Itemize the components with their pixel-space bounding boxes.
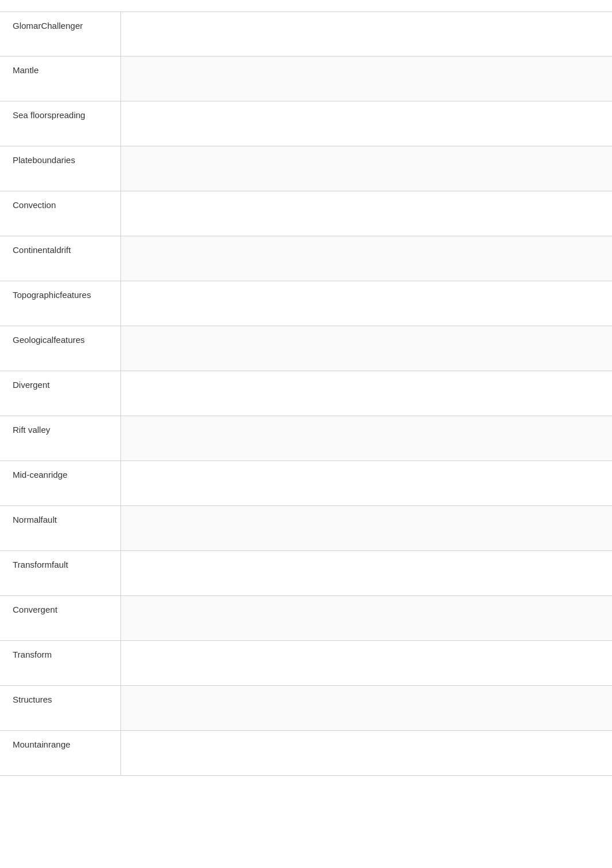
table-row: Plateboundaries <box>0 146 612 191</box>
label-glomar-challenger: GlomarChallenger <box>0 12 121 56</box>
label-topographic-features: Topographicfeatures <box>0 281 121 326</box>
content-glomar-challenger <box>121 12 612 56</box>
table-row: Mid-ceanridge <box>0 461 612 506</box>
content-normal-fault <box>121 506 612 550</box>
table-row: GlomarChallenger <box>0 12 612 56</box>
label-convection: Convection <box>0 191 121 236</box>
content-structures <box>121 686 612 730</box>
table-row: Structures <box>0 686 612 731</box>
label-geological-features: Geologicalfeatures <box>0 326 121 371</box>
table-row: Transformfault <box>0 551 612 596</box>
label-convergent: Convergent <box>0 596 121 640</box>
content-mid-cean-ridge <box>121 461 612 505</box>
label-divergent: Divergent <box>0 371 121 416</box>
label-structures: Structures <box>0 686 121 730</box>
table-row: Continentaldrift <box>0 236 612 281</box>
label-mantle: Mantle <box>0 56 121 101</box>
table-row: Rift valley <box>0 416 612 461</box>
table-row: Convection <box>0 191 612 236</box>
label-transform: Transform <box>0 641 121 685</box>
table-row: Divergent <box>0 371 612 416</box>
vocabulary-table: GlomarChallengerMantleSea floorspreading… <box>0 12 612 776</box>
content-convection <box>121 191 612 236</box>
content-continental-drift <box>121 236 612 281</box>
content-transform <box>121 641 612 685</box>
label-mountain-range: Mountainrange <box>0 731 121 775</box>
content-transform-fault <box>121 551 612 595</box>
label-normal-fault: Normalfault <box>0 506 121 550</box>
table-row: Mountainrange <box>0 731 612 776</box>
label-sea-floor-spreading: Sea floorspreading <box>0 101 121 146</box>
content-mantle <box>121 56 612 101</box>
content-sea-floor-spreading <box>121 101 612 146</box>
content-topographic-features <box>121 281 612 326</box>
content-plate-boundaries <box>121 146 612 191</box>
label-mid-cean-ridge: Mid-ceanridge <box>0 461 121 505</box>
page-container: GlomarChallengerMantleSea floorspreading… <box>0 0 612 868</box>
table-row: Mantle <box>0 56 612 101</box>
table-row: Transform <box>0 641 612 686</box>
content-divergent <box>121 371 612 416</box>
label-continental-drift: Continentaldrift <box>0 236 121 281</box>
content-geological-features <box>121 326 612 371</box>
table-row: Convergent <box>0 596 612 641</box>
table-row: Geologicalfeatures <box>0 326 612 371</box>
table-row: Topographicfeatures <box>0 281 612 326</box>
label-plate-boundaries: Plateboundaries <box>0 146 121 191</box>
content-rift-valley <box>121 416 612 461</box>
table-row: Sea floorspreading <box>0 101 612 146</box>
label-transform-fault: Transformfault <box>0 551 121 595</box>
table-row: Normalfault <box>0 506 612 551</box>
content-convergent <box>121 596 612 640</box>
content-mountain-range <box>121 731 612 775</box>
label-rift-valley: Rift valley <box>0 416 121 461</box>
